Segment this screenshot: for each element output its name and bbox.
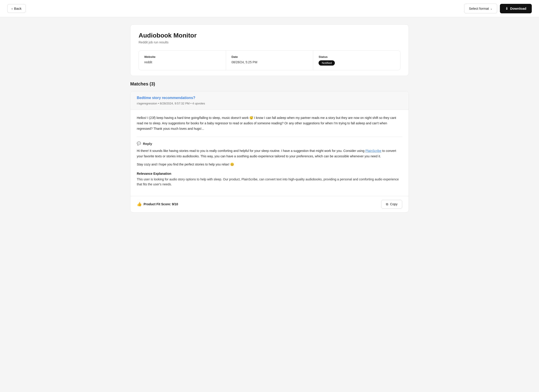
relevance-section: Relevance Explanation This user is looki… bbox=[137, 172, 402, 187]
reply-text: Hi there! It sounds like having stories … bbox=[137, 148, 402, 159]
page-subtitle: Reddit job run results bbox=[139, 40, 400, 44]
select-format-label: Select format bbox=[469, 7, 489, 10]
download-label: Download bbox=[510, 7, 526, 10]
date-value: 08/28/24, 5:25 PM bbox=[231, 60, 308, 64]
reply-bubble-icon: 💬 bbox=[137, 142, 141, 146]
back-label: Back bbox=[14, 7, 21, 10]
match-footer: 👍 Product Fit Score: 9/10 ⧉ Copy bbox=[130, 196, 409, 212]
relevance-text: This user is looking for audio story opt… bbox=[137, 177, 402, 187]
match-body: Hellos! I (23f) keep having a hard time … bbox=[130, 110, 409, 196]
reply-link[interactable]: PlainScribe bbox=[365, 149, 381, 153]
page-header: Audiobook Monitor Reddit job run results… bbox=[130, 24, 409, 76]
select-format-button[interactable]: Select format ⌄ bbox=[464, 4, 497, 13]
chevron-down-icon: ⌄ bbox=[490, 7, 492, 10]
post-content: Hellos! I (23f) keep having a hard time … bbox=[137, 115, 402, 131]
score-section: 👍 Product Fit Score: 9/10 bbox=[137, 202, 178, 207]
website-label: Website bbox=[144, 55, 221, 58]
back-button[interactable]: ‹ Back bbox=[7, 4, 26, 13]
match-header: Bedtime story recommendations? r/ageregr… bbox=[130, 91, 409, 110]
reply-label: 💬 Reply bbox=[137, 142, 402, 146]
status-value: Notified bbox=[318, 60, 395, 66]
top-right-actions: Select format ⌄ ⇓ Download bbox=[464, 4, 532, 13]
copy-icon: ⧉ bbox=[386, 202, 388, 206]
main-content: Audiobook Monitor Reddit job run results… bbox=[125, 17, 414, 225]
matches-section: Matches (3) Bedtime story recommendation… bbox=[130, 81, 409, 212]
download-icon: ⇓ bbox=[505, 7, 508, 11]
meta-card-website: Website reddit bbox=[139, 51, 226, 70]
page-title: Audiobook Monitor bbox=[139, 32, 400, 39]
matches-section-title: Matches (3) bbox=[130, 81, 409, 86]
match-meta: r/ageregression • 8/28/2024, 9:57:32 PM … bbox=[137, 102, 205, 105]
reply-section: 💬 Reply Hi there! It sounds like having … bbox=[137, 137, 402, 187]
download-button[interactable]: ⇓ Download bbox=[500, 4, 532, 13]
thumbs-up-icon: 👍 bbox=[137, 202, 142, 207]
meta-card-date: Date 08/28/24, 5:25 PM bbox=[226, 51, 313, 70]
copy-label: Copy bbox=[390, 202, 397, 206]
website-value: reddit bbox=[144, 60, 221, 64]
meta-cards: Website reddit Date 08/28/24, 5:25 PM St… bbox=[139, 50, 400, 70]
score-label: Product Fit Score: 9/10 bbox=[144, 202, 178, 206]
match-card: Bedtime story recommendations? r/ageregr… bbox=[130, 91, 409, 212]
status-label: Status bbox=[318, 55, 395, 58]
cozy-text: Stay cozy and I hope you find the perfec… bbox=[137, 162, 402, 167]
match-title-link[interactable]: Bedtime story recommendations? bbox=[137, 96, 402, 100]
copy-button[interactable]: ⧉ Copy bbox=[381, 200, 402, 209]
back-chevron-icon: ‹ bbox=[12, 7, 13, 10]
reply-label-text: Reply bbox=[143, 142, 152, 146]
relevance-title: Relevance Explanation bbox=[137, 172, 402, 175]
date-label: Date bbox=[231, 55, 308, 58]
meta-card-status: Status Notified bbox=[313, 51, 400, 70]
top-bar: ‹ Back Select format ⌄ ⇓ Download bbox=[0, 0, 539, 17]
status-badge: Notified bbox=[318, 60, 335, 66]
reply-text-before: Hi there! It sounds like having stories … bbox=[137, 149, 365, 153]
